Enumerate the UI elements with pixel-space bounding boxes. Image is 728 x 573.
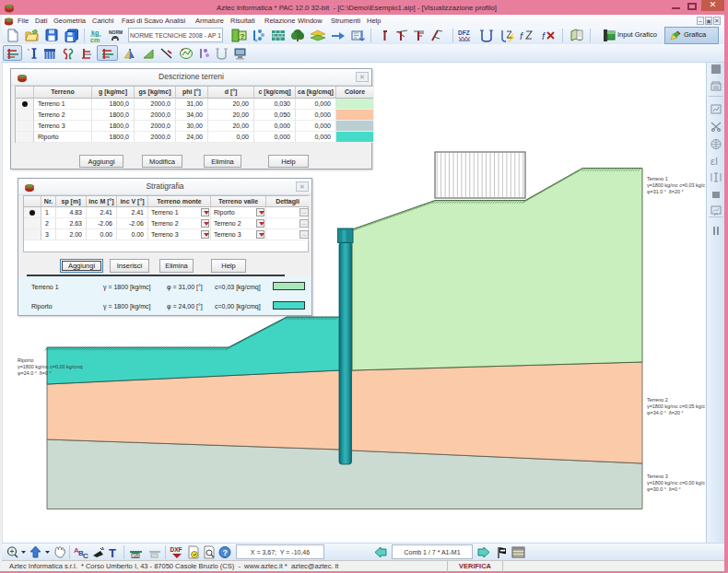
svg-text:f: f [520, 30, 523, 41]
svg-text:SB: SB [133, 554, 138, 558]
svg-text:φ=34.0 ° δ=20 °: φ=34.0 ° δ=20 ° [647, 410, 684, 415]
svg-text:f: f [542, 30, 546, 41]
svg-text:DXF: DXF [170, 546, 182, 553]
svg-text:γ=1800 kg/mc c=0,03 kg/c: γ=1800 kg/mc c=0,03 kg/c [647, 182, 705, 188]
svg-text:?: ? [223, 548, 229, 557]
svg-text:T: T [109, 546, 116, 559]
svg-text:Riporto: Riporto [18, 357, 33, 363]
svg-text:cm: cm [90, 37, 100, 43]
svg-text:φ=31.0 ° δ=20 °: φ=31.0 ° δ=20 ° [647, 189, 684, 194]
svg-text:DFZ: DFZ [458, 29, 470, 36]
svg-text:Terreno 2: Terreno 2 [647, 397, 668, 403]
svg-text:φ=30.0 ° δ=0 °: φ=30.0 ° δ=0 ° [647, 486, 681, 492]
svg-text:Terreno 1: Terreno 1 [647, 176, 668, 181]
svg-text:γ=1800 kg/mc c=0,00 kg/c: γ=1800 kg/mc c=0,00 kg/c [647, 480, 705, 485]
svg-text:εI: εI [710, 156, 718, 167]
svg-text:γ=1800 kg/mc c=0,00 kg/cmq: γ=1800 kg/mc c=0,00 kg/cmq [18, 364, 82, 369]
svg-text:Terreno 3: Terreno 3 [647, 474, 668, 479]
svg-text:?: ? [241, 32, 245, 41]
svg-text:': ' [28, 47, 29, 56]
svg-text:C: C [83, 552, 88, 559]
svg-text:φ=24.0 ° δ=0 °: φ=24.0 ° δ=0 ° [18, 370, 52, 376]
svg-text:NORM: NORM [109, 29, 123, 35]
svg-text:γ=1800 kg/mc c=0,05 kg/c: γ=1800 kg/mc c=0,05 kg/c [647, 403, 705, 409]
